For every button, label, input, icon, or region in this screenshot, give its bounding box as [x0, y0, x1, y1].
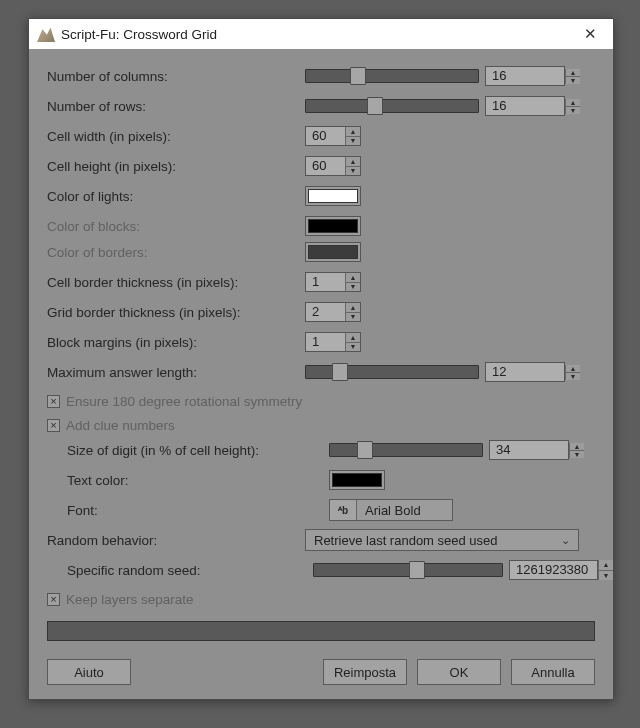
- slider-thumb[interactable]: [409, 561, 425, 579]
- cancel-button[interactable]: Annulla: [511, 659, 595, 685]
- spin-up-icon[interactable]: ▲: [566, 365, 580, 373]
- row-grid-border-thick: Grid border thickness (in pixels): 2 ▲ ▼: [47, 301, 595, 323]
- spin-up-icon[interactable]: ▲: [570, 443, 584, 451]
- slider-thumb[interactable]: [332, 363, 348, 381]
- label-add-clues: Add clue numbers: [66, 418, 175, 433]
- spin-up-icon[interactable]: ▲: [566, 99, 580, 107]
- font-icon: ᴬb: [330, 500, 357, 520]
- gimp-icon: [37, 26, 55, 42]
- swatch-lights: [308, 189, 358, 203]
- spin-down-icon[interactable]: ▼: [566, 373, 580, 380]
- check-keep-layers[interactable]: × Keep layers separate: [47, 589, 595, 609]
- input-grid-border-thick[interactable]: 2 ▲ ▼: [305, 302, 361, 322]
- spinners-cell-height[interactable]: ▲ ▼: [345, 157, 360, 175]
- spin-down-icon[interactable]: ▼: [346, 167, 360, 176]
- spinners-max-answer[interactable]: ▲ ▼: [565, 365, 580, 380]
- swatch-text: [332, 473, 382, 487]
- value-max-answer[interactable]: 12: [485, 362, 565, 382]
- input-cell-height[interactable]: 60 ▲ ▼: [305, 156, 361, 176]
- value-cell-border-thick: 1: [306, 273, 345, 291]
- spinners-grid-border-thick[interactable]: ▲ ▼: [345, 303, 360, 321]
- checkbox-icon[interactable]: ×: [47, 395, 60, 408]
- spin-down-icon[interactable]: ▼: [346, 313, 360, 322]
- row-color-lights: Color of lights:: [47, 185, 595, 207]
- color-lights-button[interactable]: [305, 186, 361, 206]
- value-cell-width: 60: [306, 127, 345, 145]
- spin-down-icon[interactable]: ▼: [346, 137, 360, 146]
- button-bar: Aiuto Reimposta OK Annulla: [47, 659, 595, 685]
- input-cell-width[interactable]: 60 ▲ ▼: [305, 126, 361, 146]
- spin-down-icon[interactable]: ▼: [346, 343, 360, 352]
- row-columns: Number of columns: 16 ▲ ▼: [47, 65, 595, 87]
- input-block-margins[interactable]: 1 ▲ ▼: [305, 332, 361, 352]
- spin-up-icon[interactable]: ▲: [346, 273, 360, 283]
- color-borders-button[interactable]: [305, 242, 361, 262]
- value-columns-text: 16: [486, 67, 564, 85]
- spinners-cell-width[interactable]: ▲ ▼: [345, 127, 360, 145]
- spin-down-icon[interactable]: ▼: [346, 283, 360, 292]
- slider-thumb[interactable]: [350, 67, 366, 85]
- ok-button[interactable]: OK: [417, 659, 501, 685]
- close-icon[interactable]: ✕: [578, 23, 603, 45]
- value-columns[interactable]: 16: [485, 66, 565, 86]
- value-seed-text: 1261923380: [510, 561, 597, 579]
- spin-down-icon[interactable]: ▼: [570, 451, 584, 458]
- row-cell-width: Cell width (in pixels): 60 ▲ ▼: [47, 125, 595, 147]
- checkbox-icon[interactable]: ×: [47, 593, 60, 606]
- spinners-seed[interactable]: ▲ ▼: [598, 560, 613, 580]
- window-title: Script-Fu: Crossword Grid: [61, 27, 578, 42]
- script-fu-dialog: Script-Fu: Crossword Grid ✕ Number of co…: [28, 18, 614, 700]
- label-random-behavior: Random behavior:: [47, 533, 305, 548]
- slider-thumb[interactable]: [367, 97, 383, 115]
- spin-down-icon[interactable]: ▼: [599, 571, 613, 581]
- spin-up-icon[interactable]: ▲: [346, 303, 360, 313]
- titlebar: Script-Fu: Crossword Grid ✕: [29, 19, 613, 49]
- swatch-borders: [308, 245, 358, 259]
- spin-down-icon[interactable]: ▼: [566, 107, 580, 114]
- value-rows[interactable]: 16: [485, 96, 565, 116]
- spin-up-icon[interactable]: ▲: [599, 560, 613, 571]
- row-text-color: Text color:: [47, 469, 595, 491]
- value-block-margins: 1: [306, 333, 345, 351]
- value-seed[interactable]: 1261923380: [509, 560, 598, 580]
- dropdown-random-behavior[interactable]: Retrieve last random seed used ⌄: [305, 529, 579, 551]
- row-rows: Number of rows: 16 ▲ ▼: [47, 95, 595, 117]
- slider-columns[interactable]: [305, 69, 479, 83]
- spin-up-icon[interactable]: ▲: [346, 333, 360, 343]
- slider-seed[interactable]: [313, 563, 503, 577]
- swatch-blocks: [308, 219, 358, 233]
- spinners-rows[interactable]: ▲ ▼: [565, 99, 580, 114]
- color-text-button[interactable]: [329, 470, 385, 490]
- spinners-digit-pct[interactable]: ▲ ▼: [569, 443, 584, 458]
- color-blocks-button[interactable]: [305, 216, 361, 236]
- value-digit-pct-text: 34: [490, 441, 568, 459]
- checkbox-icon[interactable]: ×: [47, 419, 60, 432]
- spin-up-icon[interactable]: ▲: [346, 157, 360, 167]
- spinners-block-margins[interactable]: ▲ ▼: [345, 333, 360, 351]
- slider-digit-pct[interactable]: [329, 443, 483, 457]
- help-button[interactable]: Aiuto: [47, 659, 131, 685]
- label-rows: Number of rows:: [47, 99, 305, 114]
- check-add-clues[interactable]: × Add clue numbers: [47, 415, 595, 435]
- value-digit-pct[interactable]: 34: [489, 440, 569, 460]
- label-text-color: Text color:: [67, 473, 329, 488]
- spinners-columns[interactable]: ▲ ▼: [565, 69, 580, 84]
- spin-up-icon[interactable]: ▲: [346, 127, 360, 137]
- reset-button[interactable]: Reimposta: [323, 659, 407, 685]
- dialog-body: Number of columns: 16 ▲ ▼ Number of rows…: [29, 49, 613, 699]
- slider-thumb[interactable]: [357, 441, 373, 459]
- label-grid-border-thick: Grid border thickness (in pixels):: [47, 305, 305, 320]
- font-button[interactable]: ᴬb Arial Bold: [329, 499, 453, 521]
- spin-up-icon[interactable]: ▲: [566, 69, 580, 77]
- spinners-cell-border-thick[interactable]: ▲ ▼: [345, 273, 360, 291]
- value-cell-height: 60: [306, 157, 345, 175]
- progress-bar: [47, 621, 595, 641]
- check-ensure-symmetry[interactable]: × Ensure 180 degree rotational symmetry: [47, 391, 595, 411]
- row-seed: Specific random seed: 1261923380 ▲ ▼: [47, 559, 595, 581]
- label-max-answer: Maximum answer length:: [47, 365, 305, 380]
- label-keep-layers: Keep layers separate: [66, 592, 194, 607]
- spin-down-icon[interactable]: ▼: [566, 77, 580, 84]
- slider-max-answer[interactable]: [305, 365, 479, 379]
- slider-rows[interactable]: [305, 99, 479, 113]
- input-cell-border-thick[interactable]: 1 ▲ ▼: [305, 272, 361, 292]
